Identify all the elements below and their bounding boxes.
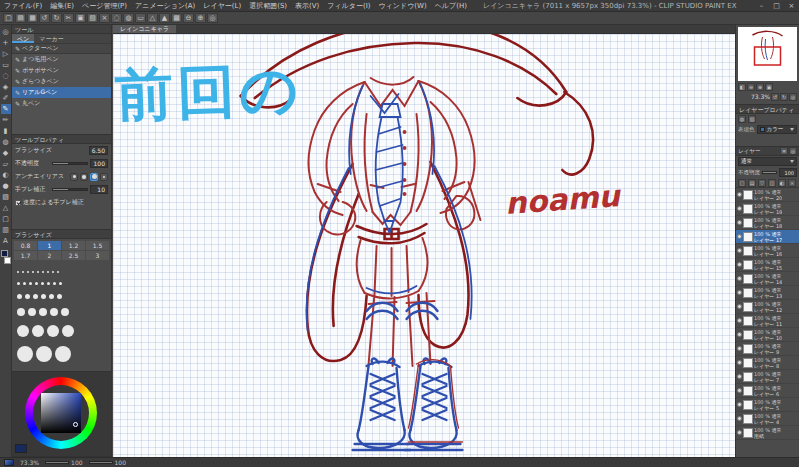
layer-row[interactable]: 100 % 通常 レイヤー 9 xyxy=(736,342,799,356)
layer-thumbnail[interactable] xyxy=(743,428,753,438)
fill-tool-icon[interactable]: ● xyxy=(1,181,11,191)
layer-visibility-toggle[interactable] xyxy=(737,220,742,225)
menu-page[interactable]: ページ管理(P) xyxy=(78,0,131,12)
snap-grid-icon[interactable]: ▩ xyxy=(171,13,182,23)
invert-selection-icon[interactable]: ◍ xyxy=(123,13,134,23)
ruler-tool-icon[interactable]: ▥ xyxy=(1,225,11,235)
brush-size-preset[interactable]: 2.5 xyxy=(62,251,85,260)
layer-thumbnail[interactable] xyxy=(743,218,753,228)
rotate-reset-icon[interactable]: ◎ xyxy=(207,13,218,23)
brush-tip-preview[interactable] xyxy=(37,271,39,273)
layer-visibility-toggle[interactable] xyxy=(737,206,742,211)
layer-visibility-toggle[interactable] xyxy=(737,402,742,407)
blend-tool-icon[interactable]: ◐ xyxy=(1,170,11,180)
layer-row[interactable]: 100 % 通常 レイヤー 13 xyxy=(736,286,799,300)
menu-window[interactable]: ウィンドウ(W) xyxy=(375,0,431,12)
brush-tip-preview[interactable] xyxy=(28,308,36,316)
snap-ruler-icon[interactable]: △ xyxy=(147,13,158,23)
decoration-tool-icon[interactable]: ◆ xyxy=(1,148,11,158)
brush-tip-preview[interactable] xyxy=(25,294,30,299)
layer-thumbnail[interactable] xyxy=(743,260,753,270)
layer-visibility-toggle[interactable] xyxy=(737,318,742,323)
layer-row[interactable]: 100 % 通常 レイヤー 18 xyxy=(736,216,799,230)
snap-special-ruler-icon[interactable]: ▲ xyxy=(159,13,170,23)
layer-visibility-toggle[interactable] xyxy=(737,332,742,337)
delete-icon[interactable]: × xyxy=(99,13,110,23)
layer-row[interactable]: 100 % 通常 レイヤー 15 xyxy=(736,258,799,272)
layer-thumbnail[interactable] xyxy=(743,274,753,284)
flip-horizontal-icon[interactable]: ◧ xyxy=(738,83,746,91)
zoom-in-icon[interactable]: ⊕ xyxy=(195,13,206,23)
statusbar-slider-1[interactable]: 100 xyxy=(45,459,82,466)
expression-color-dropdown[interactable]: カラー xyxy=(757,125,798,134)
transfer-layer-icon[interactable]: ▽ xyxy=(758,179,766,187)
brush-tip-preview[interactable] xyxy=(53,282,56,285)
brush-size-preset[interactable]: 3 xyxy=(86,251,109,260)
brush-size-preset[interactable]: 0.8 xyxy=(14,241,37,250)
delete-layer-icon[interactable]: × xyxy=(788,179,796,187)
layer-row[interactable]: 100 % 通常 レイヤー 19 xyxy=(736,202,799,216)
background-color-swatch[interactable] xyxy=(4,257,11,264)
text-tool-icon[interactable]: A xyxy=(1,236,11,246)
brush-size-preset[interactable]: 1 xyxy=(38,241,61,250)
layer-visibility-toggle[interactable] xyxy=(737,416,742,421)
tone-effect-icon[interactable]: ▨ xyxy=(748,115,756,123)
brush-tip-preview[interactable] xyxy=(29,282,32,285)
layer-visibility-toggle[interactable] xyxy=(737,360,742,365)
zoom-in-icon[interactable]: ⊕ xyxy=(756,83,764,91)
brush-tip-preview[interactable] xyxy=(32,325,44,337)
brush-tip-preview[interactable] xyxy=(62,325,74,337)
opacity-value[interactable]: 100 xyxy=(90,159,108,168)
pencil-tool-icon[interactable]: ✏ xyxy=(1,115,11,125)
layer-row[interactable]: 100 % 通常 レイヤー 11 xyxy=(736,314,799,328)
eraser-tool-icon[interactable]: ▱ xyxy=(1,159,11,169)
brush-tip-preview[interactable] xyxy=(50,308,58,316)
antialias-none-button[interactable] xyxy=(70,173,78,181)
operation-tool-icon[interactable]: ▷ xyxy=(1,49,11,59)
minimize-button[interactable]: – xyxy=(754,0,769,12)
layer-visibility-toggle[interactable] xyxy=(737,276,742,281)
layer-visibility-toggle[interactable] xyxy=(737,304,742,309)
brush-tip-preview[interactable] xyxy=(35,282,38,285)
layer-row[interactable]: 100 % 通常 レイヤー 20 xyxy=(736,188,799,202)
brush-tip-preview[interactable] xyxy=(47,271,49,273)
current-color-chip[interactable] xyxy=(15,444,27,453)
layer-mask-icon[interactable]: ◐ xyxy=(778,179,786,187)
brush-tip-preview[interactable] xyxy=(41,294,46,299)
undo-icon[interactable]: ↺ xyxy=(39,13,50,23)
antialias-middle-button[interactable] xyxy=(90,173,98,181)
saturation-value-square[interactable] xyxy=(41,393,81,433)
border-effect-icon[interactable]: ◍ xyxy=(738,115,746,123)
layer-opacity-value[interactable]: 100 xyxy=(779,168,797,177)
canvas[interactable]: 前回の noamu xyxy=(113,34,735,457)
layer-thumbnail[interactable] xyxy=(743,302,753,312)
new-layer-icon[interactable]: ▢ xyxy=(738,179,746,187)
brush-tip-preview[interactable] xyxy=(49,294,54,299)
brush-tip-preview[interactable] xyxy=(17,271,19,273)
color-cursor[interactable] xyxy=(73,422,78,427)
layer-thumbnail[interactable] xyxy=(743,330,753,340)
fit-to-window-icon[interactable]: ▣ xyxy=(765,83,773,91)
eyedropper-tool-icon[interactable]: ✐ xyxy=(1,93,11,103)
brush-tip-preview[interactable] xyxy=(55,346,71,362)
brush-size-preset[interactable]: 1.5 xyxy=(86,241,109,250)
foreground-color-swatch[interactable] xyxy=(1,250,8,257)
blend-mode-dropdown[interactable]: 通常 xyxy=(738,157,797,166)
layer-thumbnail[interactable] xyxy=(743,358,753,368)
subtool-item[interactable]: ✎ ざらつきペン xyxy=(12,76,111,87)
layer-visibility-toggle[interactable] xyxy=(737,430,742,435)
maximize-button[interactable]: □ xyxy=(769,0,784,12)
brush-tool-icon[interactable]: ▮ xyxy=(1,126,11,136)
reset-view-icon[interactable]: ◎ xyxy=(789,93,797,101)
brush-tip-preview[interactable] xyxy=(39,308,47,316)
menu-animation[interactable]: アニメーション(A) xyxy=(131,0,199,12)
color-swatches[interactable] xyxy=(1,250,11,264)
brush-tip-preview[interactable] xyxy=(17,308,25,316)
status-slider[interactable] xyxy=(89,461,113,464)
open-file-icon[interactable]: ▤ xyxy=(15,13,26,23)
zoom-out-icon[interactable]: ⊖ xyxy=(183,13,194,23)
status-slider[interactable] xyxy=(45,461,69,464)
layer-thumbnail[interactable] xyxy=(743,400,753,410)
save-icon[interactable]: ▦ xyxy=(27,13,38,23)
brush-tip-preview[interactable] xyxy=(59,282,62,285)
